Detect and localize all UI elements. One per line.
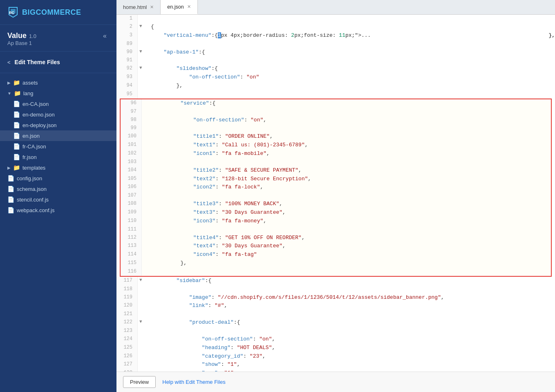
tabs-bar: home.html✕en.json✕ [116, 0, 555, 15]
fold-arrow [142, 132, 148, 141]
line-content [148, 268, 551, 276]
line-content: "on-off-section": "on" [144, 73, 555, 82]
line-number: 123 [116, 327, 138, 335]
line-number: 96 [121, 99, 142, 108]
line-content [148, 192, 551, 200]
file-icon: 📄 [13, 111, 20, 118]
help-link[interactable]: Help with Edit Theme Files [162, 379, 225, 385]
edit-theme-button[interactable]: < Edit Theme Files [7, 57, 60, 67]
line-content [148, 226, 551, 234]
folder-name: lang [23, 90, 34, 96]
fold-arrow [142, 242, 148, 251]
line-content: "vertical-menu":{1px 4px;border-radius: … [144, 31, 548, 40]
bottom-bar: Preview Help with Edit Theme Files [116, 372, 555, 392]
fold-arrow [138, 90, 144, 99]
file-item[interactable]: 📄webpack.conf.js [0, 205, 116, 215]
line-content: "image": "//cdn.shopify.com/s/files/1/12… [144, 293, 555, 302]
tab-label: home.html [123, 4, 147, 10]
file-item[interactable]: 📄fr.json [0, 152, 116, 162]
file-name: en-demo.json [22, 112, 55, 118]
folder-item[interactable]: ▶📁assets [0, 77, 116, 88]
line-number: 103 [121, 158, 142, 166]
tab-home[interactable]: home.html✕ [116, 0, 161, 14]
file-item[interactable]: 📄schema.json [0, 184, 116, 194]
fold-arrow [142, 192, 148, 200]
fold-arrow [138, 56, 144, 65]
tab-close-button[interactable]: ✕ [187, 4, 191, 9]
line-number: 1 [116, 15, 138, 23]
code-editor[interactable]: 1 2 ▼ { 3 "vertical-menu":{1px 4px;borde… [116, 15, 555, 372]
fold-arrow [138, 31, 144, 40]
folder-item[interactable]: ▶📁templates [0, 162, 116, 173]
line-content: "text2": "128-bit Secure Encryption", [148, 175, 551, 184]
code-line: 104 "title2": "SAFE & SECURE PAYMENT", [121, 166, 551, 175]
line-number: 119 [116, 293, 138, 302]
line-number: 98 [121, 116, 142, 125]
code-line: 118 [116, 285, 555, 293]
fold-arrow [138, 293, 144, 302]
file-item[interactable]: 📄stencil.conf.js [0, 194, 116, 205]
code-line: 1 [116, 15, 555, 23]
folder-icon: 📁 [14, 90, 21, 96]
line-number: 89 [116, 40, 138, 48]
line-number: 120 [116, 302, 138, 310]
code-line: 107 [121, 192, 551, 200]
line-content [144, 40, 555, 48]
line-number: 108 [121, 200, 142, 208]
fold-arrow [138, 361, 144, 369]
file-item[interactable]: 📄config.json [0, 173, 116, 184]
fold-arrow [142, 166, 148, 175]
line-content: "on-off-section": "on", [148, 116, 551, 125]
line-content: "text3": "30 Days Guarantee", [148, 208, 551, 217]
file-item[interactable]: 📄fr-CA.json [0, 141, 116, 152]
fold-arrow [142, 99, 148, 108]
edit-theme-label: Edit Theme Files [15, 59, 60, 65]
fold-arrow [138, 73, 144, 82]
line-number: 102 [121, 150, 142, 158]
code-line: 112 "title4": "GET 10% OFF ON REORDER", [121, 234, 551, 242]
tab-close-button[interactable]: ✕ [150, 5, 154, 9]
file-icon: 📄 [7, 196, 14, 203]
line-number: 117 [116, 277, 138, 285]
tab-en[interactable]: en.json✕ [161, 0, 197, 14]
line-number: 118 [116, 285, 138, 293]
code-line: 122 ▼ "product-deal":{ [116, 318, 555, 327]
line-number: 2 [116, 23, 138, 31]
fold-arrow [142, 158, 148, 166]
fold-arrow [142, 208, 148, 217]
folder-item[interactable]: ▼📁lang [0, 88, 116, 99]
theme-name: Value [7, 31, 27, 40]
line-content: "title3": "100% MONEY BACK", [148, 200, 551, 208]
fold-arrow [138, 285, 144, 293]
line-content [144, 310, 555, 318]
line-number: 106 [121, 183, 142, 192]
line-number: 90 [116, 48, 138, 57]
fold-arrow [142, 217, 148, 226]
highlighted-code-section: 96 "service":{ 97 98 "on-off-section": "… [120, 99, 552, 277]
file-item[interactable]: 📄en-deploy.json [0, 120, 116, 130]
svg-text:BC: BC [9, 11, 14, 15]
code-line: 90 ▼ "ap-base-1":{ [116, 48, 555, 57]
code-line: 116 [121, 268, 551, 276]
line-number: 107 [121, 192, 142, 200]
line-content [148, 124, 551, 132]
fold-arrow [138, 82, 144, 90]
fold-arrow: ▼ [138, 277, 144, 285]
file-name: fr-CA.json [22, 143, 46, 150]
folder-arrow-icon: ▼ [7, 91, 11, 96]
code-line: 103 [121, 158, 551, 166]
line-number: 110 [121, 217, 142, 226]
file-name: stencil.conf.js [17, 197, 49, 203]
line-content [144, 56, 555, 65]
file-item[interactable]: 📄en.json [0, 130, 116, 141]
file-icon: 📄 [13, 154, 20, 160]
preview-button[interactable]: Preview [123, 376, 156, 388]
file-item[interactable]: 📄en-CA.json [0, 99, 116, 109]
line-number: 113 [121, 242, 142, 251]
file-tree: ▶📁assets▼📁lang📄en-CA.json📄en-demo.json📄e… [0, 73, 116, 392]
line-number: 99 [121, 124, 142, 132]
theme-subtitle: Ap Base 1 [7, 40, 36, 46]
file-item[interactable]: 📄en-demo.json [0, 109, 116, 120]
code-line: 98 "on-off-section": "on", [121, 116, 551, 125]
sidebar-collapse-button[interactable]: « [101, 31, 109, 40]
